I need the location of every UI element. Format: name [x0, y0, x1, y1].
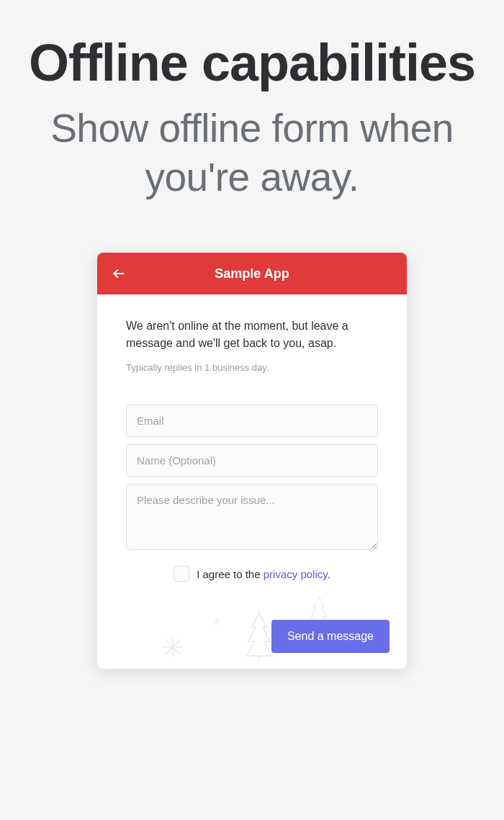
- consent-prefix: I agree to the: [197, 568, 264, 580]
- reply-time-text: Typically replies in 1 business day.: [126, 362, 378, 373]
- email-field[interactable]: [126, 405, 378, 437]
- chat-body: We aren't online at the moment, but leav…: [97, 294, 407, 669]
- privacy-policy-link[interactable]: privacy policy: [264, 568, 328, 580]
- page-container: Offline capabilities Show offline form w…: [0, 0, 504, 820]
- offline-message: We aren't online at the moment, but leav…: [126, 317, 378, 352]
- chat-widget: Sample App We aren't online at the momen…: [97, 253, 407, 669]
- hero-title: Offline capabilities: [14, 36, 490, 91]
- snowflake-icon: [212, 617, 221, 626]
- svg-line-5: [166, 640, 180, 654]
- back-arrow-icon[interactable]: [112, 266, 126, 281]
- consent-checkbox[interactable]: [174, 566, 189, 582]
- issue-textarea[interactable]: [126, 484, 378, 550]
- consent-text: I agree to the privacy policy.: [197, 568, 330, 580]
- consent-suffix: .: [328, 568, 330, 580]
- snowflake-icon: [162, 636, 184, 658]
- svg-line-10: [214, 618, 220, 624]
- consent-row: I agree to the privacy policy.: [126, 566, 378, 582]
- hero-subtitle: Show offline form when you're away.: [14, 104, 490, 203]
- svg-line-6: [166, 640, 180, 654]
- svg-line-9: [214, 618, 220, 624]
- send-message-button[interactable]: Send a message: [271, 620, 390, 653]
- chat-title: Sample App: [112, 266, 392, 281]
- name-field[interactable]: [126, 444, 378, 477]
- chat-header: Sample App: [97, 253, 407, 294]
